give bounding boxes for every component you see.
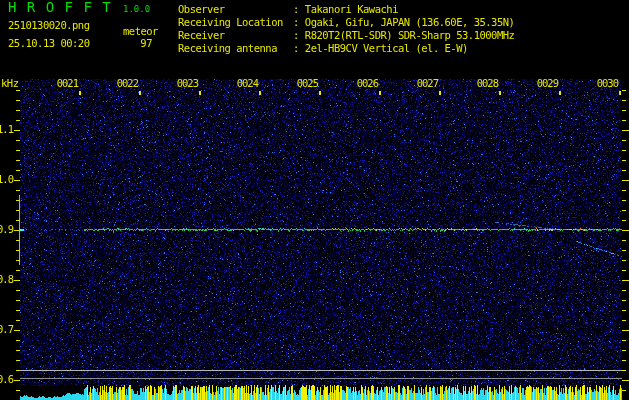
x-tick-label: 0022 [117, 78, 138, 89]
capture-datetime: 25.10.13 00:20 [8, 37, 90, 49]
info-value: Ogaki, Gifu, JAPAN (136.60E, 35.35N) [305, 16, 515, 28]
x-tick-label: 0026 [357, 78, 378, 89]
info-label: Receiving Location [178, 16, 293, 28]
y-tick-label: 1.0 [0, 173, 13, 185]
echo-count: 97 [140, 37, 152, 49]
info-separator: : [293, 16, 299, 28]
x-tick-label: 0030 [597, 78, 618, 89]
info-value: R820T2(RTL-SDR) SDR-Sharp 53.1000MHz [305, 29, 515, 41]
info-row-antenna: Receiving antenna:2el-HB9CV Vertical (el… [178, 42, 468, 54]
y-tick-label: 0.6 [0, 373, 13, 385]
info-value: 2el-HB9CV Vertical (el. E-W) [305, 42, 468, 54]
freq-axis-unit: kHz [1, 77, 18, 89]
hrofft-screen: H R O F F T 1.0.0 2510130020.png meteor … [0, 0, 629, 400]
info-value: Takanori Kawachi [305, 3, 398, 15]
spectrogram-canvas [0, 0, 629, 400]
info-row-observer: Observer:Takanori Kawachi [178, 3, 398, 15]
info-separator: : [293, 29, 299, 41]
y-tick-label: 0.7 [0, 323, 13, 335]
y-tick-label: 0.9 [0, 223, 13, 235]
x-tick-label: 0027 [417, 78, 438, 89]
file-name: 2510130020.png [8, 19, 90, 31]
y-tick-label: 1.1 [0, 123, 13, 135]
info-label: Observer [178, 3, 293, 15]
x-tick-label: 0029 [537, 78, 558, 89]
x-tick-label: 0028 [477, 78, 498, 89]
info-separator: : [293, 3, 299, 15]
x-tick-label: 0024 [237, 78, 258, 89]
y-tick-label: 0.8 [0, 273, 13, 285]
mode-label: meteor [123, 25, 158, 37]
info-separator: : [293, 42, 299, 54]
app-title: H R O F F T [8, 0, 112, 14]
info-row-location: Receiving Location:Ogaki, Gifu, JAPAN (1… [178, 16, 514, 28]
info-label: Receiver [178, 29, 293, 41]
x-tick-label: 0023 [177, 78, 198, 89]
x-tick-label: 0021 [57, 78, 78, 89]
app-version: 1.0.0 [123, 3, 150, 15]
x-tick-label: 0025 [297, 78, 318, 89]
info-label: Receiving antenna [178, 42, 293, 54]
info-row-receiver: Receiver:R820T2(RTL-SDR) SDR-Sharp 53.10… [178, 29, 514, 41]
